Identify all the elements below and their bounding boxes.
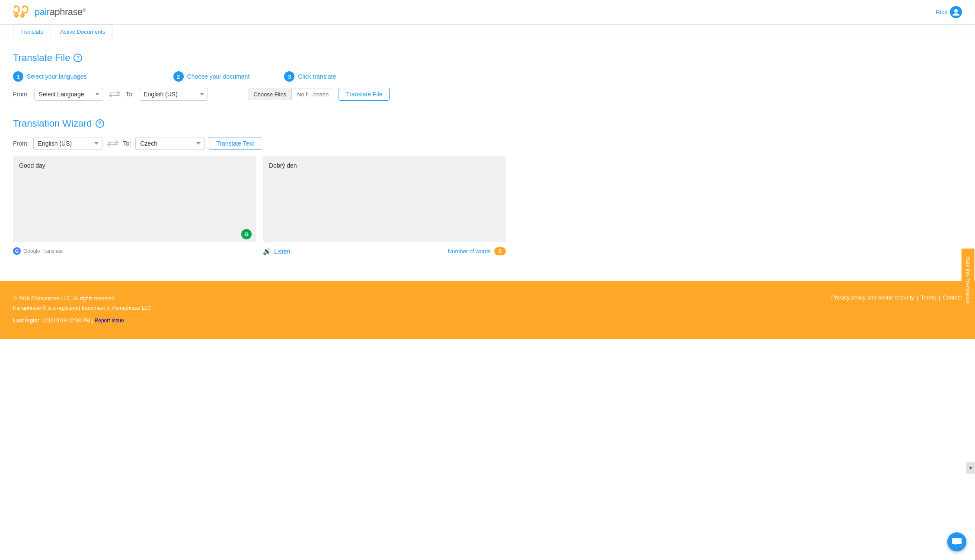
user-area: Rick <box>936 6 962 18</box>
file-from-label: From: <box>13 91 29 98</box>
text-areas-row: Good day G Dobrý den <box>13 156 506 244</box>
listen-button[interactable]: 🔊 Listen <box>263 247 290 255</box>
step-1-number: 1 <box>13 71 23 82</box>
step-3: 3 Click translate <box>284 71 336 82</box>
wizard-from-select[interactable]: English (US) Spanish French Czech <box>33 137 102 150</box>
speaker-icon: 🔊 <box>263 247 272 255</box>
listen-label: Listen <box>274 248 290 255</box>
tab-active-documents[interactable]: Active Documents <box>53 25 113 39</box>
step-2: 2 Choose your document <box>173 71 250 82</box>
translation-wizard-title: Translation Wizard ? <box>13 118 506 129</box>
logo-area: " " pairaphrase® <box>13 4 86 20</box>
username: Rick <box>936 9 947 16</box>
translate-file-button[interactable]: Translate File <box>339 88 390 101</box>
google-g-icon: G <box>13 247 21 255</box>
step-1-label: Select your languages <box>27 73 87 80</box>
grammarly-icon: G <box>241 229 252 239</box>
wizard-swap-arrows-icon[interactable] <box>107 140 119 147</box>
footer-copyright: © 2018 Pairaphrase LLC. All rights reser… <box>13 294 151 304</box>
svg-text:": " <box>21 14 23 18</box>
translate-file-help-icon[interactable]: ? <box>74 54 82 62</box>
footer: © 2018 Pairaphrase LLC. All rights reser… <box>0 281 975 339</box>
google-translate-label: Google Translate <box>23 248 63 254</box>
svg-point-4 <box>954 9 958 13</box>
word-count-label: Number of words <box>448 248 491 255</box>
file-swap-arrows-icon[interactable] <box>109 91 121 98</box>
footer-privacy-policy-link[interactable]: Privacy policy and online security <box>831 294 914 301</box>
wizard-from-to-row: From: English (US) Spanish French Czech … <box>13 137 506 150</box>
footer-last-login-value: 10/15/2018 12:38 PM <box>41 318 90 324</box>
translate-file-title: Translate File ? <box>13 52 506 64</box>
translate-text-button[interactable]: Translate Text <box>209 137 261 150</box>
footer-report-issue-link[interactable]: Report Issue <box>95 318 124 324</box>
source-text-wrapper: Good day G <box>13 156 256 244</box>
file-to-select[interactable]: English (US) Spanish French Czech <box>139 88 208 101</box>
word-count-badge: 2 <box>494 247 506 255</box>
file-name-display: No fi...hosen <box>292 89 334 100</box>
translation-wizard-help-icon[interactable]: ? <box>96 119 104 128</box>
choose-files-button[interactable]: Choose Files <box>248 89 292 100</box>
step-3-label: Click translate <box>298 73 336 80</box>
google-translate-badge: G Google Translate <box>13 247 256 255</box>
footer-left: © 2018 Pairaphrase LLC. All rights reser… <box>13 294 151 326</box>
svg-text:": " <box>15 14 17 18</box>
target-textarea[interactable]: Dobrý den <box>263 156 506 242</box>
word-count-area: Number of words 2 <box>448 247 506 255</box>
wizard-to-label: To: <box>123 140 131 147</box>
footer-content: © 2018 Pairaphrase LLC. All rights reser… <box>13 294 962 326</box>
wizard-from-label: From: <box>13 140 29 147</box>
avatar[interactable] <box>950 6 962 18</box>
logo-text: pairaphrase® <box>35 6 86 18</box>
footer-contact-link[interactable]: Contact <box>943 294 962 301</box>
footer-terms-link[interactable]: Terms <box>921 294 936 301</box>
logo-icon: " " <box>13 4 32 20</box>
file-input-wrapper: Choose Files No fi...hosen <box>248 89 334 100</box>
header: " " pairaphrase® Rick <box>0 0 975 25</box>
tab-translate[interactable]: Translate <box>13 25 51 39</box>
file-to-label: To: <box>126 91 134 98</box>
footer-login-row: Last login: 10/15/2018 12:38 PM | Report… <box>13 316 151 326</box>
translation-wizard-section: Translation Wizard ? From: English (US) … <box>13 118 506 255</box>
step-1: 1 Select your languages <box>13 71 87 82</box>
target-text-wrapper: Dobrý den <box>263 156 506 244</box>
step-2-label: Choose your document <box>187 73 250 80</box>
step-3-number: 3 <box>284 71 294 82</box>
rate-translation-tab[interactable]: Rate this Translation <box>961 248 974 311</box>
footer-last-login-label: Last login: <box>13 318 39 324</box>
file-from-select[interactable]: Select Language English (US) Spanish Fre… <box>34 88 103 101</box>
translate-file-section: Translate File ? 1 Select your languages… <box>13 52 506 101</box>
footer-trademark: Pairaphrase ® is a registered trademark … <box>13 304 151 313</box>
main-content: Translate File ? 1 Select your languages… <box>0 39 519 273</box>
wizard-to-select[interactable]: English (US) Spanish French Czech German <box>135 137 205 150</box>
step-2-number: 2 <box>173 71 184 82</box>
nav-tabs: Translate Active Documents <box>0 25 975 39</box>
source-textarea[interactable]: Good day <box>13 156 256 242</box>
footer-right: Privacy policy and online security | Ter… <box>831 294 962 301</box>
